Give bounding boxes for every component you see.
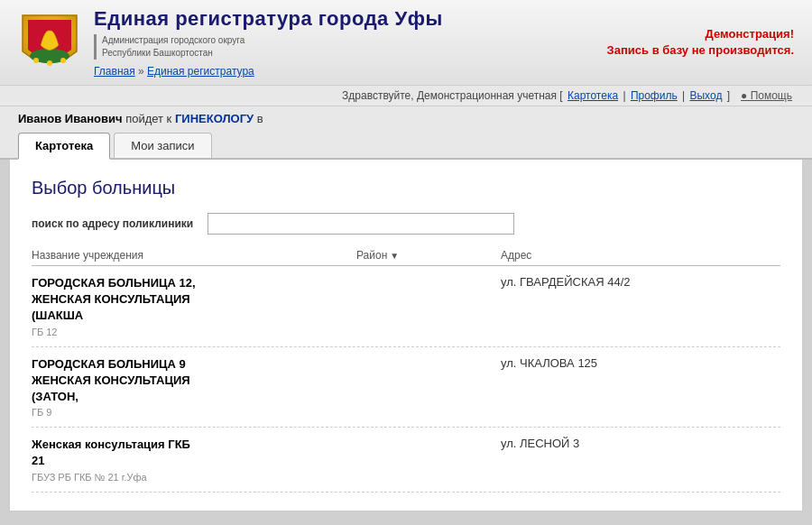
user-bar: Здравствуйте, Демонстрационная учетная [… xyxy=(0,86,812,106)
coat-of-arms-icon xyxy=(18,11,81,74)
col-address-header: Адрес xyxy=(501,249,780,262)
header-title-block: Единая регистратура города Уфы Администр… xyxy=(94,7,443,78)
svg-point-2 xyxy=(47,60,52,66)
hospital-row[interactable]: ГОРОДСКАЯ БОЛЬНИЦА 12,ЖЕНСКАЯ КОНСУЛЬТАЦ… xyxy=(32,266,780,347)
patient-info-bar: Иванов Иванович пойдет к ГИНЕКОЛОГУ в xyxy=(0,106,812,127)
hospital-address: ул. ЧКАЛОВА 125 xyxy=(501,356,780,419)
hospital-address: ул. ГВАРДЕЙСКАЯ 44/2 xyxy=(501,275,780,337)
hospital-address: ул. ЛЕСНОЙ 3 xyxy=(501,437,780,482)
search-row: поиск по адресу поликлиники xyxy=(32,213,780,235)
patient-action: пойдет к xyxy=(123,112,175,125)
hospital-name-block: ГОРОДСКАЯ БОЛЬНИЦА 12,ЖЕНСКАЯ КОНСУЛЬТАЦ… xyxy=(32,275,356,337)
hospital-district xyxy=(356,275,501,337)
nav-separator: » xyxy=(135,65,147,78)
col-district-header[interactable]: Район ▼ xyxy=(356,249,501,262)
subtitle-line1: Администрация городского округа xyxy=(102,35,245,45)
header-left: Единая регистратура города Уфы Администр… xyxy=(18,7,443,78)
hospital-name-block: Женская консультация ГКБ21 ГБУЗ РБ ГКБ №… xyxy=(32,437,356,482)
hospital-short: ГБ 9 xyxy=(32,407,356,418)
hospital-row[interactable]: Женская консультация ГКБ21 ГБУЗ РБ ГКБ №… xyxy=(32,428,780,492)
tab-moi-zapisi[interactable]: Мои записи xyxy=(114,133,211,158)
profile-link[interactable]: Профиль xyxy=(631,89,678,102)
hospital-district xyxy=(356,437,501,482)
svg-point-3 xyxy=(60,58,66,63)
header-right: Демонстрация! Запись в базу не производи… xyxy=(607,26,794,59)
demo-warning: Демонстрация! Запись в базу не производи… xyxy=(607,26,794,59)
subtitle-line2: Республики Башкортостан xyxy=(102,48,213,58)
demo-line2: Запись в базу не производится. xyxy=(607,43,794,57)
hospital-name: ГОРОДСКАЯ БОЛЬНИЦА 12,ЖЕНСКАЯ КОНСУЛЬТАЦ… xyxy=(32,275,356,325)
tabs-bar: Картотека Мои записи xyxy=(0,127,812,160)
nav-home-link[interactable]: Главная xyxy=(94,65,135,78)
demo-line1: Демонстрация! xyxy=(706,27,794,41)
main-content: Выбор больницы поиск по адресу поликлини… xyxy=(9,160,803,511)
patient-specialist: ГИНЕКОЛОГУ xyxy=(175,112,254,125)
hospital-name: ГОРОДСКАЯ БОЛЬНИЦА 9ЖЕНСКАЯ КОНСУЛЬТАЦИЯ… xyxy=(32,356,356,406)
table-header: Название учреждения Район ▼ Адрес xyxy=(32,245,780,266)
site-title: Единая регистратура города Уфы xyxy=(94,7,443,31)
tab-kartoteka[interactable]: Картотека xyxy=(18,133,110,160)
hospital-district xyxy=(356,356,501,419)
nav-current-link[interactable]: Единая регистратура xyxy=(147,65,254,78)
search-label: поиск по адресу поликлиники xyxy=(32,217,193,230)
sort-arrow-icon: ▼ xyxy=(390,251,399,261)
hospital-row[interactable]: ГОРОДСКАЯ БОЛЬНИЦА 9ЖЕНСКАЯ КОНСУЛЬТАЦИЯ… xyxy=(32,347,780,428)
kartoteka-link[interactable]: Картотека xyxy=(567,89,618,102)
logout-link[interactable]: Выход xyxy=(689,89,722,102)
section-title: Выбор больницы xyxy=(32,178,780,198)
hospital-name: Женская консультация ГКБ21 xyxy=(32,437,356,469)
user-greeting: Здравствуйте, Демонстрационная учетная xyxy=(342,89,557,102)
svg-point-1 xyxy=(33,58,39,63)
page-header: Единая регистратура города Уфы Администр… xyxy=(0,0,812,86)
col-name-header: Название учреждения xyxy=(32,249,356,262)
patient-name: Иванов Иванович xyxy=(18,112,123,125)
patient-info: Иванов Иванович пойдет к ГИНЕКОЛОГУ в xyxy=(18,112,263,125)
hospital-short: ГБ 12 xyxy=(32,327,356,337)
help-link[interactable]: ● Помощь xyxy=(741,89,792,102)
patient-tail: в xyxy=(254,112,263,125)
breadcrumb: Главная » Единая регистратура xyxy=(94,65,443,78)
hospital-name-block: ГОРОДСКАЯ БОЛЬНИЦА 9ЖЕНСКАЯ КОНСУЛЬТАЦИЯ… xyxy=(32,356,356,419)
search-input[interactable] xyxy=(208,213,514,235)
header-subtitle: Администрация городского округа Республи… xyxy=(94,34,443,60)
hospital-short: ГБУЗ РБ ГКБ № 21 г.Уфа xyxy=(32,472,356,483)
